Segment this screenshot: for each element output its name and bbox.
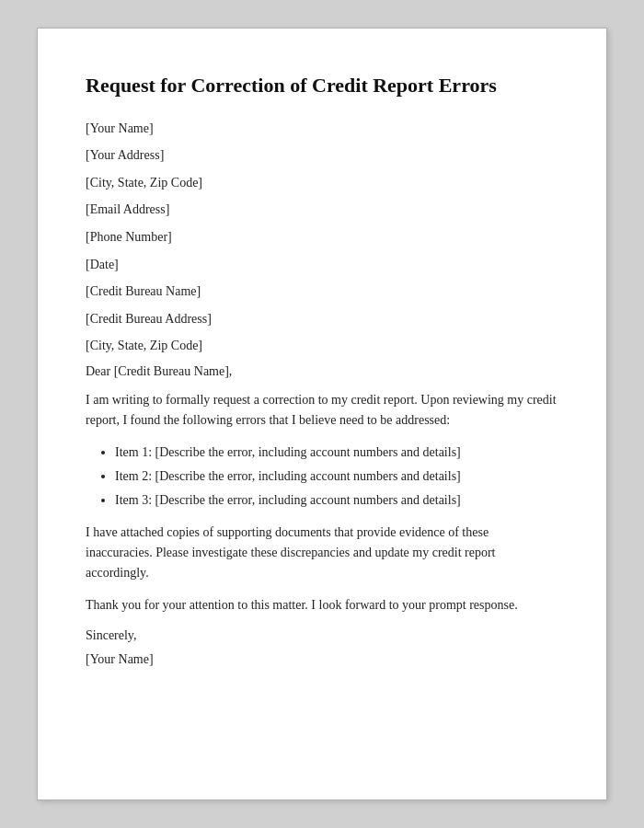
sender-email: [Email Address] (86, 201, 558, 219)
bureau-city-state-zip: [City, State, Zip Code] (86, 337, 558, 355)
sender-city-state-zip: [City, State, Zip Code] (86, 174, 558, 192)
error-item-1: Item 1: [Describe the error, including a… (115, 443, 558, 462)
sender-phone: [Phone Number] (86, 228, 558, 247)
opening-paragraph: I am writing to formally request a corre… (86, 390, 558, 430)
sender-address-block: [Your Name] [Your Address] [City, State,… (86, 120, 558, 274)
letter-date: [Date] (86, 256, 558, 274)
signature-name: [Your Name] (86, 652, 558, 667)
recipient-address-block: [Credit Bureau Name] [Credit Bureau Addr… (86, 282, 558, 355)
thank-you-paragraph: Thank you for your attention to this mat… (86, 595, 558, 615)
sender-name: [Your Name] (86, 120, 558, 138)
error-item-3: Item 3: [Describe the error, including a… (115, 490, 558, 510)
error-item-2: Item 2: [Describe the error, including a… (115, 466, 558, 486)
salutation: Dear [Credit Bureau Name], (86, 364, 558, 379)
error-items-list: Item 1: [Describe the error, including a… (115, 443, 558, 510)
bureau-address: [Credit Bureau Address] (86, 310, 558, 328)
supporting-docs-paragraph: I have attached copies of supporting doc… (86, 523, 558, 582)
bureau-name: [Credit Bureau Name] (86, 282, 558, 301)
letter-title: Request for Correction of Credit Report … (86, 73, 558, 99)
closing-text: Sincerely, (86, 628, 558, 643)
sender-address: [Your Address] (86, 146, 558, 165)
letter-document: Request for Correction of Credit Report … (37, 28, 607, 800)
